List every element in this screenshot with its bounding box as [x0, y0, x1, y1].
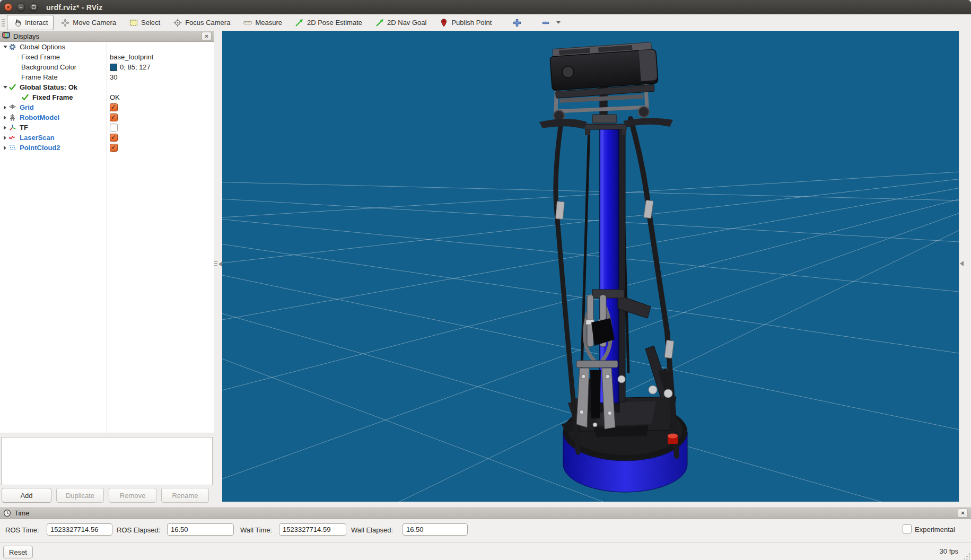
expander-collapsed-icon[interactable] [2, 116, 8, 120]
display-row-tf[interactable]: TF [0, 122, 214, 133]
grid-icon [8, 103, 18, 112]
tool-interact[interactable]: Interact [7, 15, 54, 30]
enabled-checkbox[interactable] [110, 103, 118, 111]
wall-elapsed-input[interactable] [403, 523, 468, 536]
display-name: LaserScan [20, 134, 55, 142]
remove-tool-button[interactable] [535, 15, 566, 30]
display-row-frame-rate[interactable]: Frame Rate30 [0, 72, 214, 82]
tool-label: Interact [25, 19, 48, 27]
tool-move-camera[interactable]: Move Camera [55, 15, 122, 30]
displays-tree: Global OptionsFixed Framebase_footprintB… [0, 42, 214, 433]
property-value[interactable] [110, 102, 118, 112]
tool-publish-point[interactable]: Publish Point [433, 15, 497, 30]
window-resize-grip[interactable] [963, 553, 970, 559]
tool-focus-camera[interactable]: Focus Camera [167, 15, 236, 30]
property-value[interactable]: 0; 85; 127 [110, 62, 151, 72]
displays-panel-close-button[interactable]: × [202, 32, 212, 41]
property-value[interactable]: base_footprint [110, 52, 153, 62]
expander-expanded-icon[interactable] [2, 86, 8, 89]
left-panel-splitter[interactable] [214, 31, 222, 502]
time-panel-title: Time [14, 509, 29, 517]
property-value[interactable] [110, 143, 118, 153]
time-panel-close-button[interactable]: × [958, 509, 968, 518]
displays-panel-header[interactable]: Displays × [0, 31, 214, 42]
ros-elapsed-label: ROS Elapsed: [117, 526, 160, 534]
rename-button: Rename [161, 488, 209, 503]
display-row-laserscan[interactable]: LaserScan [0, 133, 214, 143]
render-viewport-3d[interactable] [222, 31, 959, 502]
collapse-left-panel-handle[interactable] [214, 261, 222, 267]
expander-collapsed-icon[interactable] [2, 126, 8, 130]
tool-measure[interactable]: Measure [237, 15, 288, 30]
display-row-global-options[interactable]: Global Options [0, 42, 214, 52]
enabled-checkbox[interactable] [110, 144, 118, 152]
collapse-right-panel-handle[interactable] [960, 261, 964, 266]
expander-collapsed-icon[interactable] [2, 146, 8, 150]
expander-expanded-icon[interactable] [2, 46, 8, 48]
tool-label: 2D Pose Estimate [307, 19, 362, 27]
display-name: Global Options [20, 43, 65, 51]
close-window-button[interactable]: × [4, 3, 12, 11]
display-row-background-color[interactable]: Background Color0; 85; 127 [0, 62, 214, 72]
green-arrow-icon [375, 18, 384, 27]
ros-time-input[interactable] [47, 523, 112, 536]
display-row-pointcloud2[interactable]: PointCloud2 [0, 143, 214, 153]
wall-time-label: Wall Time: [240, 526, 272, 534]
display-row-fixed-frame[interactable]: Fixed FrameOK [0, 92, 214, 102]
focus-icon [173, 18, 182, 27]
time-panel-body: Experimental ROS Time:ROS Elapsed:Wall T… [0, 519, 971, 542]
experimental-label: Experimental [915, 526, 955, 533]
monitor-icon [2, 32, 11, 40]
tool-select[interactable]: Select [123, 15, 166, 30]
add-button[interactable]: Add [2, 488, 51, 503]
collapse-arrow-icon [218, 261, 222, 267]
tree-help-splitter[interactable] [0, 433, 214, 437]
property-value[interactable] [110, 122, 118, 133]
minimize-window-button[interactable]: – [17, 3, 25, 11]
display-row-fixed-frame[interactable]: Fixed Framebase_footprint [0, 52, 214, 62]
status-bar: Reset 30 fps [0, 542, 971, 560]
property-value[interactable] [110, 112, 118, 122]
add-tool-button[interactable] [506, 15, 527, 30]
duplicate-button: Duplicate [56, 488, 104, 503]
display-name: PointCloud2 [20, 144, 60, 152]
ros-elapsed-input[interactable] [167, 523, 234, 536]
maximize-window-button[interactable] [30, 3, 38, 11]
property-value[interactable] [110, 133, 118, 143]
displays-panel: Displays × Global OptionsFixed Framebase… [0, 31, 214, 502]
pointcloud-icon [8, 144, 18, 152]
wall-elapsed-label: Wall Elapsed: [351, 526, 393, 534]
property-value[interactable]: OK [110, 92, 120, 102]
check-icon [21, 93, 30, 102]
tool-2d-pose-estimate[interactable]: 2D Pose Estimate [289, 15, 368, 30]
display-row-grid[interactable]: Grid [0, 102, 214, 112]
toolbar-grip[interactable] [2, 19, 5, 27]
right-panel-splitter[interactable] [959, 31, 971, 502]
expander-collapsed-icon[interactable] [2, 136, 8, 140]
expander-collapsed-icon[interactable] [2, 106, 8, 110]
ros-time-label: ROS Time: [5, 526, 39, 534]
chevron-down-icon[interactable] [556, 21, 561, 24]
enabled-checkbox[interactable] [110, 113, 118, 121]
display-row-global-status-ok[interactable]: Global Status: Ok [0, 82, 214, 92]
display-name: Global Status: Ok [20, 83, 77, 91]
display-row-robotmodel[interactable]: RobotModel [0, 112, 214, 122]
window-title: urdf.rviz* - RViz [46, 3, 102, 12]
enabled-checkbox[interactable] [110, 134, 118, 142]
property-value[interactable]: 30 [110, 72, 117, 82]
check-icon [8, 83, 18, 92]
enabled-checkbox[interactable] [110, 124, 118, 132]
displays-panel-buttons: AddDuplicateRemoveRename [0, 485, 214, 503]
tool-2d-nav-goal[interactable]: 2D Nav Goal [369, 15, 432, 30]
robot-model [539, 42, 687, 492]
display-name: TF [20, 124, 28, 132]
remove-button: Remove [109, 488, 156, 503]
display-name: Fixed Frame [21, 53, 60, 61]
display-name: Background Color [21, 63, 76, 71]
time-panel-header[interactable]: Time × [0, 507, 971, 519]
experimental-checkbox[interactable] [903, 524, 912, 533]
display-name: Frame Rate [21, 73, 58, 81]
select-icon [129, 18, 138, 27]
reset-button[interactable]: Reset [3, 546, 33, 558]
wall-time-input[interactable] [279, 523, 346, 536]
